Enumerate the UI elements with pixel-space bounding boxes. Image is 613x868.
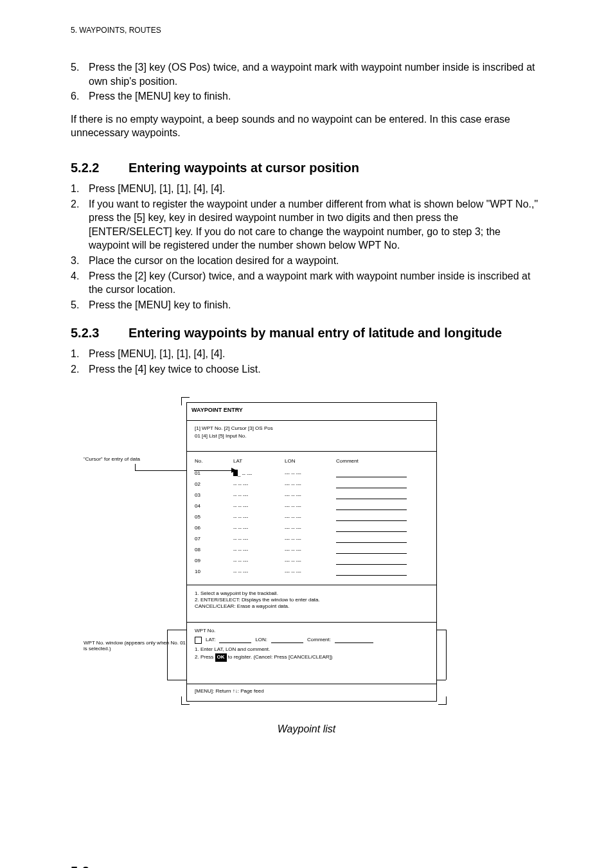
row-lon: --- -- --- [285,536,336,543]
figure-input-line: 1. Enter LAT, LON and comment. [195,646,429,653]
figure-outer-title: WAYPOINT ENTRY [191,406,243,414]
comment-label: Comment: [307,637,331,644]
row-lat: -- -- --- [233,481,285,488]
list-item: 6. Press the [MENU] key to finish. [71,89,542,103]
row-no: 05 [195,514,233,521]
figure-input-head: WPT No. [195,628,429,635]
table-row: 07-- -- ------ -- --- [195,534,429,545]
table-row: 05-- -- ------ -- --- [195,512,429,523]
figure-msg-line: CANCEL/CLEAR: Erase a waypoint data. [195,603,429,610]
waypoint-list-figure: WAYPOINT ENTRY [1] WPT No. [2] Cursor [3… [71,385,542,720]
step-text: Press [MENU], [1], [1], [4], [4]. [89,347,542,361]
callout-line [437,680,446,680]
list-item: 2.If you want to register the waypoint u… [71,197,542,252]
row-lat: -- -- --- [233,558,285,565]
lat-placeholder: _ -- --- [238,471,252,477]
row-lat: -- -- --- [233,492,285,499]
row-lat: -- -- --- [233,525,285,532]
row-lon: --- -- --- [285,525,336,532]
row-lat: -- -- --- [233,547,285,554]
list-item: 5. Press the [3] key (OS Pos) twice, and… [71,60,542,88]
callout-line [437,630,446,630]
callout-window: WPT No. window (appears only when No. 01… [84,640,186,652]
callout-line [194,470,231,471]
lat-label: LAT: [206,637,215,644]
lon-label: LON: [255,637,267,644]
row-comment [336,569,407,576]
arrowhead-icon [231,468,236,473]
row-lon: --- -- --- [285,569,336,576]
input-line-suffix: to register. (Cancel: Press [CANCEL/CLEA… [228,654,333,660]
row-comment [336,492,407,499]
step-list-3: 1.Press [MENU], [1], [1], [4], [4]. 2.Pr… [71,347,542,376]
row-lat: -- -- --- [233,514,285,521]
row-lon: --- -- --- [285,558,336,565]
row-comment [336,547,407,554]
figure-msg-line: 1. Select a waypoint by the trackball. [195,590,429,597]
row-comment [336,514,407,521]
callout-line [135,464,136,470]
row-lon: --- -- --- [285,503,336,510]
row-lon: --- -- --- [285,492,336,499]
step-text: Press the [3] key (OS Pos) twice, and a … [89,60,542,88]
row-comment [336,470,407,477]
list-item: 1.Press [MENU], [1], [1], [4], [4]. [71,182,542,196]
row-no: 02 [195,481,233,488]
list-item: 1.Press [MENU], [1], [1], [4], [4]. [71,347,542,361]
checkbox-icon [195,637,202,644]
figure-title-line: [1] WPT No. [2] Cursor [3] OS Pos [195,425,429,433]
row-comment [336,536,407,543]
row-no: 06 [195,525,233,532]
step-text: Place the cursor on the location desired… [89,254,542,268]
callout-line [167,630,186,630]
paragraph: If there is no empty waypoint, a beep so… [71,112,542,140]
row-lon: --- -- --- [285,547,336,554]
step-text: Press the [MENU] key to finish. [89,298,542,312]
row-lat: -- -- --- [233,536,285,543]
row-lon: --- -- --- [285,481,336,488]
section-heading-523: 5.2.3 Entering waypoints by manual entry… [71,324,542,342]
callout-line [167,680,186,680]
figure-input-fields: LAT: LON: Comment: [195,637,429,644]
figure-msg-line: 2. ENTER/SELECT: Displays the window to … [195,597,429,603]
step-text: Press the [2] key (Cursor) twice, and a … [89,269,542,297]
running-head: 5. WAYPOINTS, ROUTES [71,26,542,35]
step-text: Press the [4] key twice to choose List. [89,362,542,376]
row-comment [336,503,407,510]
row-comment [336,558,407,565]
figure-caption: Waypoint list [71,722,542,736]
figure-title-box: [1] WPT No. [2] Cursor [3] OS Pos 01 [4]… [186,420,437,452]
table-row: 10-- -- ------ -- --- [195,567,429,578]
row-no: 01 [195,470,233,477]
callout-line [167,630,168,680]
figure-data-box: No. LAT LON Comment 01 _ -- --- --- -- -… [186,451,437,586]
row-no: 04 [195,503,233,510]
callout-line [446,630,447,680]
row-no: 09 [195,558,233,565]
row-lon: --- -- --- [285,470,336,477]
row-no: 03 [195,492,233,499]
figure-title-line: 01 [4] List [5] Input No. [195,432,429,441]
step-list-2: 1.Press [MENU], [1], [1], [4], [4]. 2.If… [71,182,542,312]
page-number: 5-2 [71,864,542,868]
row-lat: _ -- --- [233,470,285,478]
step-number: 2. [71,197,89,252]
row-no: 08 [195,547,233,554]
callout-cursor: "Cursor" for entry of data [84,456,140,463]
lat-input-line [219,637,251,643]
col-header: Comment [336,458,407,465]
step-number: 3. [71,254,89,268]
step-number: 4. [71,269,89,297]
row-lat: -- -- --- [233,569,285,576]
row-no: 07 [195,536,233,543]
table-row: 06-- -- ------ -- --- [195,523,429,534]
row-comment [336,525,407,532]
figure-message-box: 1. Select a waypoint by the trackball. 2… [186,585,437,623]
ok-badge: OK [215,653,227,662]
figure-input-box: WPT No. LAT: LON: Comment: 1. Enter LAT,… [186,622,437,685]
comment-input-line [335,637,373,643]
table-row: 04-- -- ------ -- --- [195,501,429,512]
step-text: If you want to register the waypoint und… [89,197,542,252]
input-line-prefix: 2. Press [195,654,215,660]
section-title: Entering waypoints at cursor position [129,159,542,177]
